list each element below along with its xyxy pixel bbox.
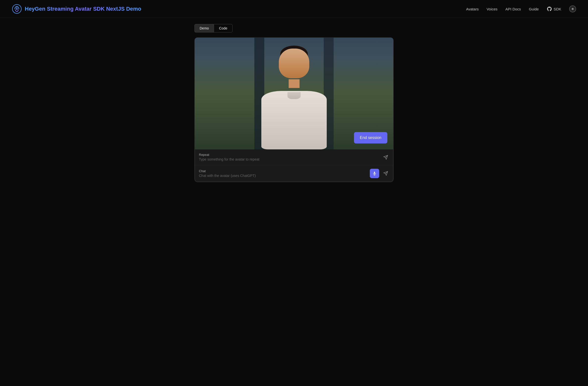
chat-section-inner: Chat	[199, 169, 367, 178]
header-brand: HeyGen Streaming Avatar SDK NextJS Demo	[12, 4, 141, 14]
chat-send-button[interactable]	[382, 170, 389, 177]
main-nav: Avatars Voices API Docs Guide SDK ☀	[466, 5, 576, 12]
avatar-neck	[289, 79, 299, 88]
chat-input-row: Chat	[195, 165, 393, 182]
tab-demo[interactable]: Demo	[194, 24, 214, 32]
repeat-label: Repeat	[199, 153, 379, 157]
mic-button[interactable]	[370, 169, 379, 178]
nav-voices[interactable]: Voices	[486, 7, 497, 11]
github-link[interactable]: SDK	[547, 6, 561, 12]
tab-group: Demo Code	[194, 24, 394, 32]
chat-section: Repeat Chat	[195, 149, 393, 182]
theme-icon: ☀	[571, 7, 574, 11]
github-icon	[547, 6, 552, 12]
repeat-input[interactable]	[199, 157, 379, 161]
nav-avatars[interactable]: Avatars	[466, 7, 479, 11]
video-container: End session Repeat Chat	[194, 37, 394, 182]
video-player: End session	[195, 38, 393, 149]
avatar-person	[239, 43, 348, 150]
chat-send-icon	[383, 171, 388, 176]
avatar-face	[279, 49, 309, 78]
nav-guide[interactable]: Guide	[529, 7, 539, 11]
main-content: Demo Code	[183, 18, 405, 188]
heygen-logo	[12, 4, 22, 14]
tab-code[interactable]: Code	[214, 24, 232, 32]
svg-point-1	[16, 8, 18, 10]
theme-toggle-button[interactable]: ☀	[569, 5, 576, 12]
chat-input[interactable]	[199, 174, 367, 178]
chat-label: Chat	[199, 169, 367, 173]
repeat-send-icon	[383, 155, 388, 160]
app-title: HeyGen Streaming Avatar SDK NextJS Demo	[25, 6, 141, 12]
nav-api-docs[interactable]: API Docs	[506, 7, 521, 11]
end-session-button[interactable]: End session	[354, 132, 387, 143]
sdk-label[interactable]: SDK	[554, 7, 561, 11]
avatar-collar	[288, 92, 301, 99]
app-header: HeyGen Streaming Avatar SDK NextJS Demo …	[0, 0, 588, 18]
repeat-section: Repeat	[199, 153, 379, 162]
repeat-input-row: Repeat	[195, 149, 393, 165]
avatar-torso	[261, 91, 327, 149]
mic-icon	[373, 171, 376, 175]
repeat-send-button[interactable]	[382, 154, 389, 161]
